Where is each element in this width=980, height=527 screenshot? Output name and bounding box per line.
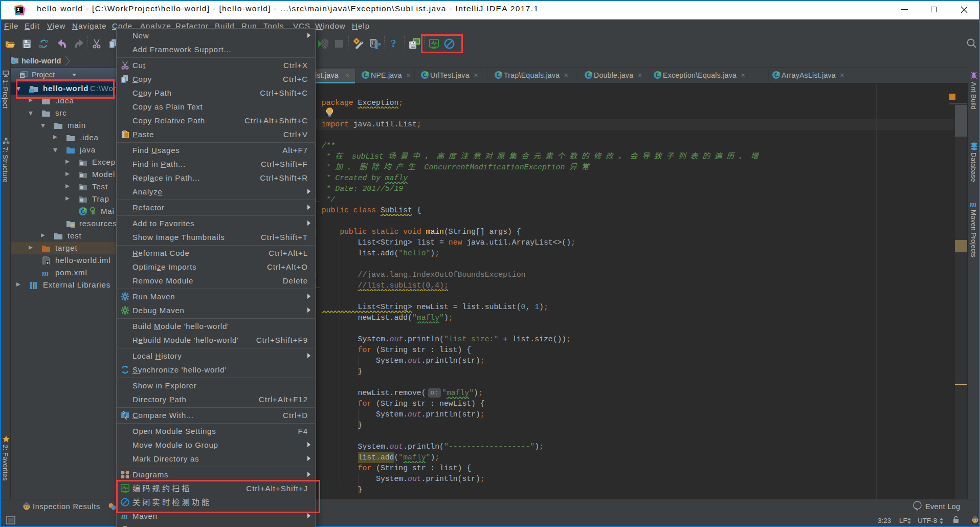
svg-text:m: m	[42, 269, 49, 277]
svg-text:?: ?	[391, 38, 396, 49]
